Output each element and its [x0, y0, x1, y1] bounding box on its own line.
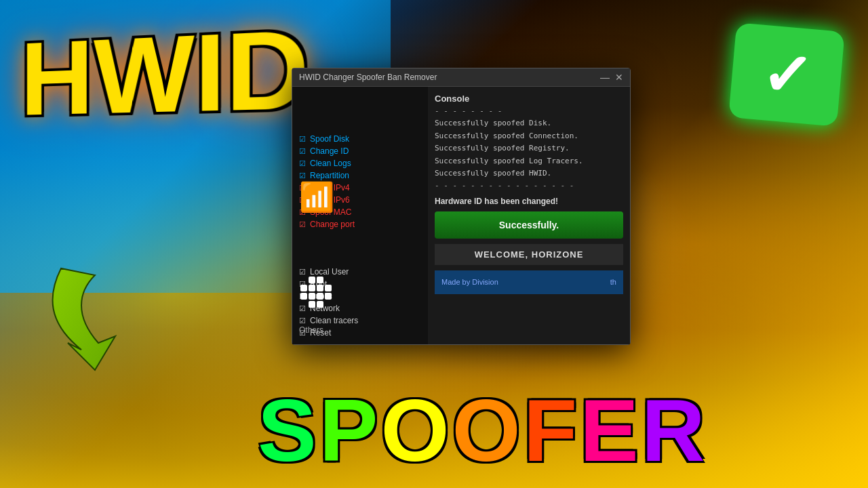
left-panel: 📶 ☑ Spoof Disk ☑ Change ID ☑ Clean Logs … — [292, 87, 428, 344]
checkbox-repartition: ☑ — [299, 171, 306, 180]
checkbox-local-user: ☑ — [299, 268, 306, 277]
window-title: HWID Changer Spoofer Ban Remover — [299, 73, 437, 82]
discord-text: th — [610, 278, 616, 286]
label-clean-tracers: Clean tracers — [310, 316, 358, 325]
console-log-4: Successfully spoofed Log Tracers. — [435, 156, 623, 167]
close-button[interactable]: ✕ — [615, 73, 623, 82]
console-title: Console — [435, 94, 623, 104]
others-label: Others — [299, 325, 323, 335]
spoofer-p: P — [319, 381, 381, 480]
hw-changed-text: Hardware ID has been changed! — [435, 197, 623, 206]
checkbox-change-port: ☑ — [299, 220, 306, 229]
made-by-text: Made by Division — [441, 278, 498, 286]
list-item: ☑ Change port — [292, 218, 428, 230]
minimize-button[interactable]: — — [600, 73, 610, 82]
app-window: HWID Changer Spoofer Ban Remover — ✕ 📶 ☑… — [292, 68, 631, 345]
bottom-bar: Made by Division th — [435, 270, 623, 294]
console-log-5: Successfully spoofed HWID. — [435, 168, 623, 180]
label-change-id: Change ID — [310, 146, 349, 156]
checkbox-clean-logs: ☑ — [299, 159, 306, 168]
label-repartition: Repartition — [310, 171, 349, 180]
checkmark-badge — [728, 22, 845, 126]
success-button[interactable]: Successfully. — [435, 211, 623, 239]
spoofer-r: R — [642, 381, 708, 480]
console-divider: - - - - - - - - — [435, 106, 623, 115]
spoofer-s: S — [258, 381, 319, 480]
spoofer-title: SPOOFER — [258, 386, 708, 474]
spoofer-e: E — [580, 381, 642, 480]
list-item: ☑ Change ID — [292, 145, 428, 157]
arrow-graphic — [41, 255, 190, 380]
checkbox-spoof-disk: ☑ — [299, 135, 306, 144]
welcome-text: WELCOME, HORIZONE — [435, 244, 623, 265]
checkbox-clean-tracers: ☑ — [299, 317, 306, 325]
console-log-1: Successfully spoofed Disk. — [435, 118, 623, 129]
console-log-2: Successfully spoofed Connection. — [435, 131, 623, 142]
label-clean-logs: Clean Logs — [310, 159, 351, 168]
spoofer-o2: O — [452, 381, 524, 480]
spoofer-f: F — [524, 381, 580, 480]
console-log-3: Successfully spoofed Registry. — [435, 143, 623, 155]
wifi-icon: 📶 — [299, 180, 334, 214]
checkbox-change-id: ☑ — [299, 147, 306, 156]
console-divider-2: - - - - - - - - - - - - - - - - — [435, 181, 623, 190]
app-body: 📶 ☑ Spoof Disk ☑ Change ID ☑ Clean Logs … — [292, 87, 630, 344]
list-item: ☑ Clean Logs — [292, 157, 428, 169]
right-panel: Console - - - - - - - - Successfully spo… — [428, 87, 630, 344]
label-spoof-disk: Spoof Disk — [310, 134, 349, 144]
label-local-user: Local User — [310, 267, 349, 277]
window-controls: — ✕ — [600, 73, 623, 82]
grid-icon — [300, 277, 332, 308]
title-bar: HWID Changer Spoofer Ban Remover — ✕ — [292, 68, 630, 87]
label-change-port: Change port — [310, 220, 355, 229]
list-item: ☑ Spoof Disk — [292, 133, 428, 145]
spoofer-o1: O — [380, 381, 452, 480]
hwid-title: HWID — [20, 12, 309, 131]
